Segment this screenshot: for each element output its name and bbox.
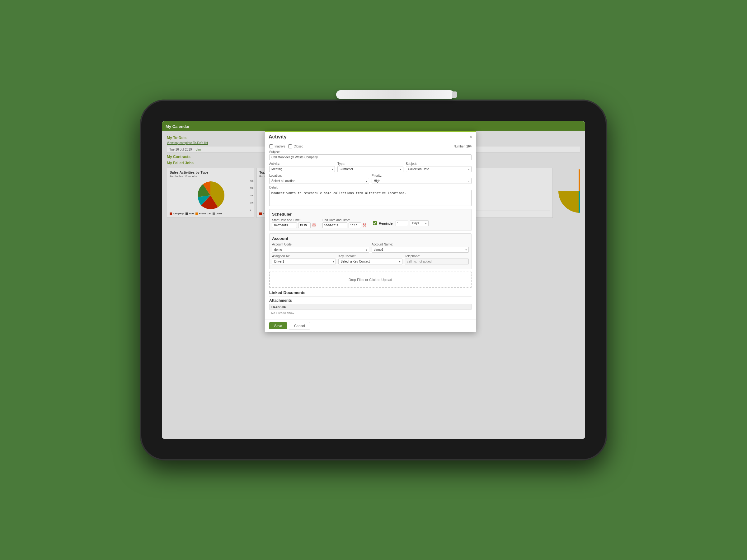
save-button[interactable]: Save <box>269 322 287 329</box>
reminder-label: Reminder <box>379 221 394 225</box>
activity-select-wrapper[interactable]: Meeting <box>269 166 335 172</box>
start-datetime-group: Start Date and Time: ⏰ <box>272 218 316 228</box>
closed-check[interactable]: Closed <box>288 144 303 149</box>
inactive-check[interactable]: Inactive <box>269 144 285 149</box>
modal-body: Inactive Closed Number: 164 <box>265 141 476 319</box>
upload-label: Drop Files or Click to Upload <box>349 278 392 282</box>
assigned-to-group: Assigned To: Driver1 <box>272 255 336 264</box>
account-code-label: Account Code: <box>272 243 369 246</box>
subject2-label: Subject: <box>406 162 471 165</box>
location-label: Location: <box>269 174 369 177</box>
subject2-field-group: Subject: Collection Date <box>406 162 471 172</box>
apple-pencil <box>336 90 455 99</box>
close-button[interactable]: × <box>470 134 472 139</box>
end-date-fields: ⏰ <box>323 222 367 228</box>
reminder-value-input[interactable] <box>395 220 408 226</box>
inactive-checkbox[interactable] <box>269 144 273 149</box>
start-date-fields: ⏰ <box>272 222 316 228</box>
activity-label: Activity: <box>269 162 335 165</box>
number-label: Number: <box>454 145 465 148</box>
dashboard: My Calendar My To-Do's View my complete … <box>162 121 585 439</box>
account-name-select[interactable]: demo1 <box>371 247 469 252</box>
start-date-input[interactable] <box>272 222 297 228</box>
reminder-unit-select[interactable]: Days <box>410 220 429 226</box>
account-code-select[interactable]: demo <box>272 247 369 252</box>
scheduler-title: Scheduler <box>272 212 469 216</box>
start-clock-icon[interactable]: ⏰ <box>312 223 316 228</box>
number-display: Number: 164 <box>454 145 471 148</box>
end-date-input[interactable] <box>323 222 347 228</box>
type-select-wrapper[interactable]: Customer <box>337 166 403 172</box>
location-select[interactable]: Select a Location <box>269 178 369 184</box>
telephone-label: Telephone: <box>405 255 469 258</box>
priority-select[interactable]: High <box>371 178 471 184</box>
detail-field-group: Detail: Mooneer wants to reschedule some… <box>269 186 471 207</box>
priority-field-group: Priority: High <box>371 174 471 184</box>
start-label: Start Date and Time: <box>272 218 316 222</box>
assigned-to-label: Assigned To: <box>272 255 336 258</box>
end-time-input[interactable] <box>349 222 361 228</box>
location-select-wrapper[interactable]: Select a Location <box>269 178 369 184</box>
scheduler-fields: Start Date and Time: ⏰ End Date and Time… <box>272 218 469 228</box>
type-field-group: Type: Customer <box>337 162 403 172</box>
priority-select-wrapper[interactable]: High <box>371 178 471 184</box>
closed-label: Closed <box>293 145 303 148</box>
account-name-wrapper[interactable]: demo1 <box>371 247 469 252</box>
modal-title: Activity <box>268 134 287 140</box>
inactive-label: Inactive <box>275 145 285 148</box>
account-code-name-row: Account Code: demo Account Name: <box>272 243 469 252</box>
attachments-title: Attachments <box>269 298 471 303</box>
reminder-checkbox[interactable] <box>373 221 377 225</box>
subject-field-group: Subject: document.querySelector('[data-n… <box>269 150 471 160</box>
no-files-message: No Files to show... <box>269 310 471 316</box>
modal-footer: Save Cancel <box>265 319 476 332</box>
activity-field-group: Activity: Meeting <box>269 162 335 172</box>
key-contact-label: Key Contact: <box>338 255 402 258</box>
account-title: Account <box>272 236 469 241</box>
end-clock-icon[interactable]: ⏰ <box>362 223 367 228</box>
ipad-frame: My Calendar My To-Do's View my complete … <box>140 100 607 460</box>
account-code-wrapper[interactable]: demo <box>272 247 369 252</box>
modal-header: Activity × <box>265 132 476 141</box>
assigned-to-wrapper[interactable]: Driver1 <box>272 259 336 264</box>
subject2-select[interactable]: Collection Date <box>406 166 471 172</box>
closed-checkbox[interactable] <box>288 144 292 149</box>
account-section: Account Account Code: demo <box>269 233 471 269</box>
telephone-group: Telephone: cell no. not added <box>405 255 469 264</box>
modal-overlay: Activity × Inactive Closed <box>162 121 585 439</box>
account-code-group: Account Code: demo <box>272 243 369 252</box>
detail-textarea[interactable]: Mooneer wants to reschedule some collect… <box>269 190 471 206</box>
subject2-select-wrapper[interactable]: Collection Date <box>406 166 471 172</box>
priority-label: Priority: <box>371 174 471 177</box>
location-priority-row: Location: Select a Location Priority: <box>269 174 471 184</box>
reminder-unit-wrapper[interactable]: Days <box>410 220 429 226</box>
cancel-button[interactable]: Cancel <box>289 322 310 329</box>
scheduler-section: Scheduler Start Date and Time: ⏰ <box>269 209 471 231</box>
number-value: 164 <box>466 145 471 148</box>
linked-docs-title: Linked Documents <box>269 290 471 296</box>
type-select[interactable]: Customer <box>337 166 403 172</box>
assigned-to-select[interactable]: Driver1 <box>272 259 336 264</box>
end-datetime-group: End Date and Time: ⏰ <box>323 218 367 228</box>
location-field-group: Location: Select a Location <box>269 174 369 184</box>
telephone-display: cell no. not added <box>405 259 469 264</box>
subject-input[interactable] <box>269 154 471 160</box>
activity-type-subject-row: Activity: Meeting Type: <box>269 162 471 172</box>
key-contact-select[interactable]: Select a Key Contact <box>338 259 402 264</box>
detail-label: Detail: <box>269 186 471 189</box>
account-name-label: Account Name: <box>371 243 469 246</box>
account-name-group: Account Name: demo1 <box>371 243 469 252</box>
start-time-input[interactable] <box>298 222 311 228</box>
subject-label: Subject: <box>269 150 471 154</box>
upload-area[interactable]: Drop Files or Click to Upload <box>269 272 471 288</box>
activity-select[interactable]: Meeting <box>269 166 335 172</box>
assigned-contact-tel-row: Assigned To: Driver1 Key Contact: <box>272 255 469 264</box>
key-contact-wrapper[interactable]: Select a Key Contact <box>338 259 402 264</box>
reminder-group: Reminder Days <box>373 220 429 226</box>
status-row: Inactive Closed Number: 164 <box>269 144 471 149</box>
type-label: Type: <box>337 162 403 165</box>
ipad-screen: My Calendar My To-Do's View my complete … <box>162 121 585 439</box>
key-contact-group: Key Contact: Select a Key Contact <box>338 255 402 264</box>
filename-column-label: FILENAME <box>272 305 286 308</box>
end-label: End Date and Time: <box>323 218 367 222</box>
